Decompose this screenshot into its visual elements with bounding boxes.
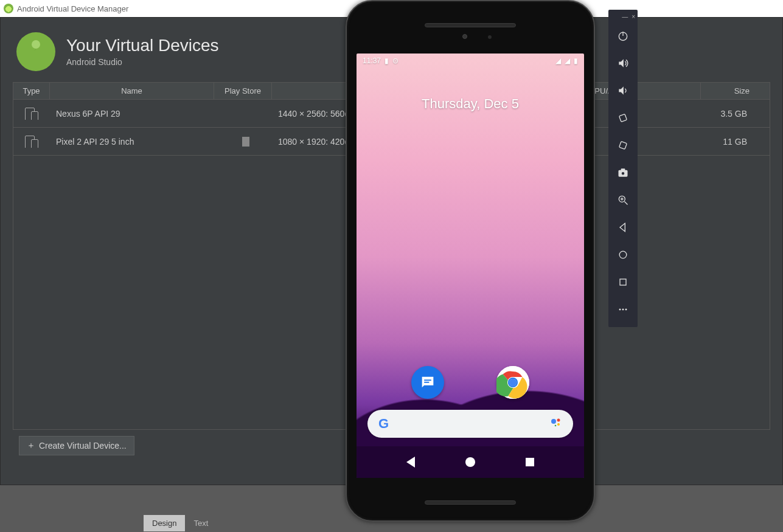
more-button[interactable] [608,295,638,323]
rotate-left-button[interactable] [608,104,638,131]
nav-back-button[interactable] [406,457,415,468]
phone-speaker-bottom [425,500,516,505]
page-subtitle: Android Studio [66,57,219,67]
svg-rect-22 [620,279,626,285]
phone-camera [462,34,467,39]
svg-point-6 [551,419,556,424]
svg-rect-12 [619,114,627,122]
svg-line-18 [625,201,628,204]
device-size: 11 GB [701,137,756,147]
device-type-icon [25,136,38,148]
phone-speaker-top [425,23,516,27]
page-title: Your Virtual Devices [66,36,219,55]
col-type[interactable]: Type [13,83,50,100]
svg-point-8 [557,423,560,426]
plus-icon: ＋ [27,440,35,451]
volume-down-button[interactable] [608,77,638,104]
back-button[interactable] [608,213,638,241]
zoom-button[interactable] [608,186,638,213]
device-name: Pixel 2 API 29 5 inch [50,137,214,147]
window-title: Android Virtual Device Manager [17,4,128,13]
power-button[interactable] [608,22,638,49]
home-button[interactable] [608,241,638,268]
svg-point-9 [555,425,557,427]
create-virtual-device-button[interactable]: ＋ Create Virtual Device... [19,436,134,455]
home-date-widget[interactable]: Thursday, Dec 5 [357,96,584,112]
volume-up-button[interactable] [608,49,638,77]
svg-rect-0 [424,379,431,381]
nav-overview-button[interactable] [526,458,534,466]
chrome-app-icon[interactable] [496,366,529,399]
col-size[interactable]: Size [701,83,756,100]
svg-point-7 [557,419,560,422]
svg-point-25 [625,308,627,310]
svg-rect-1 [424,382,429,383]
emulator-window[interactable]: 11:37 ▮ ⊝ ◢ ◢ ▮ Thursday, Dec 5 [346,0,595,522]
tab-design[interactable]: Design [144,515,185,531]
google-logo-icon: G [378,416,389,432]
status-time: 11:37 [363,57,381,65]
nav-home-button[interactable] [465,457,475,467]
messages-app-icon[interactable] [411,366,444,399]
svg-rect-13 [619,141,627,149]
phone-frame: 11:37 ▮ ⊝ ◢ ◢ ▮ Thursday, Dec 5 [346,0,595,522]
device-size: 3.5 GB [701,109,756,119]
tab-text[interactable]: Text [185,515,217,531]
app-dock [357,366,584,399]
android-nav-bar [357,446,584,478]
toolbar-close-button[interactable]: × [632,13,635,20]
phone-screen[interactable]: 11:37 ▮ ⊝ ◢ ◢ ▮ Thursday, Dec 5 [357,54,584,478]
emulator-toolbar[interactable]: — × [608,10,638,327]
device-name: Nexus 6P API 29 [50,109,214,119]
signal-icon: ◢ [565,57,570,65]
phone-sensor [488,35,492,39]
play-store-cell [214,137,272,147]
assistant-icon[interactable] [550,416,562,431]
svg-rect-16 [621,168,625,170]
google-search-bar[interactable]: G [367,410,573,438]
toolbar-minimize-button[interactable]: — [622,13,628,20]
svg-point-24 [622,308,624,310]
svg-point-15 [621,171,625,175]
notification-icon: ▮ [385,57,389,65]
overview-button[interactable] [608,268,638,295]
rotate-right-button[interactable] [608,131,638,159]
android-studio-logo [16,32,55,71]
col-name[interactable]: Name [50,83,214,100]
battery-icon: ▮ [574,57,578,65]
svg-point-21 [619,251,627,258]
do-not-disturb-icon: ⊝ [392,57,398,65]
device-type-icon [25,108,38,120]
editor-tabs: Design Text [144,514,217,532]
wifi-icon: ◢ [555,57,561,65]
screenshot-button[interactable] [608,159,638,186]
android-status-bar[interactable]: 11:37 ▮ ⊝ ◢ ◢ ▮ [357,54,584,68]
android-studio-icon [4,4,13,13]
col-play-store[interactable]: Play Store [214,83,272,100]
play-store-icon [242,137,249,147]
create-button-label: Create Virtual Device... [39,441,127,451]
svg-point-5 [509,379,517,387]
svg-point-23 [619,308,621,310]
col-actions [756,83,770,100]
